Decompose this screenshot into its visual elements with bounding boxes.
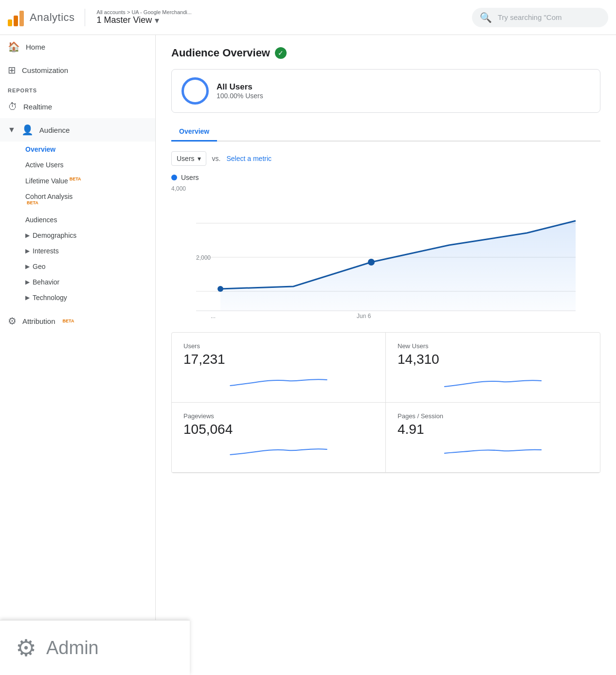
audience-expand-icon: ▼	[8, 125, 16, 134]
admin-gear-icon: ⚙	[16, 634, 36, 661]
segment-percent: 100.00% Users	[217, 92, 263, 100]
logo-bar-2	[14, 16, 18, 26]
sidebar-item-audience[interactable]: ▼ 👤 Audience	[0, 118, 155, 142]
sidebar-sub-cohort-analysis[interactable]: Cohort Analysis BETA	[0, 189, 155, 213]
sparkline-users	[183, 371, 374, 391]
attribution-icon: ⚙	[8, 315, 17, 327]
view-selector-arrow-icon: ▾	[155, 15, 159, 26]
stat-label-users: Users	[183, 342, 374, 350]
sidebar-overview-label: Overview	[25, 145, 55, 153]
sidebar: 🏠 Home ⊞ Customization REPORTS ⏱ Realtim…	[0, 35, 156, 675]
admin-panel[interactable]: ⚙ Admin	[0, 620, 156, 675]
sidebar-audience-label: Audience	[39, 126, 70, 134]
sidebar-item-home[interactable]: 🏠 Home	[0, 35, 155, 58]
interests-expand-icon: ▶	[25, 248, 30, 254]
logo-bar-3	[19, 11, 24, 26]
logo-area: Analytics	[8, 9, 85, 26]
home-icon: 🏠	[8, 41, 20, 53]
sidebar-item-attribution[interactable]: ⚙ Attribution BETA	[0, 309, 155, 333]
sidebar-item-customization[interactable]: ⊞ Customization	[0, 58, 155, 82]
sidebar-demographics-label: Demographics	[33, 231, 76, 239]
legend-dot-users	[171, 175, 177, 180]
chart-legend: Users	[171, 174, 600, 181]
sidebar-sub-audiences[interactable]: Audiences	[0, 212, 155, 228]
sidebar-audiences-label: Audiences	[25, 216, 57, 224]
content-area: Audience Overview ✓ All Users 100.00% Us…	[156, 35, 616, 675]
geo-expand-icon: ▶	[25, 263, 30, 270]
sparkline-new-users	[398, 371, 588, 391]
sidebar-customization-label: Customization	[22, 66, 68, 74]
sidebar-technology-label: Technology	[33, 294, 67, 302]
breadcrumb: All accounts > UA - Google Merchandi...	[97, 9, 192, 15]
sidebar-sub-lifetime-value[interactable]: Lifetime ValueBETA	[0, 173, 155, 189]
stat-cell-pages-per-session: Pages / Session 4.91	[386, 403, 600, 473]
stat-value-pageviews: 105,064	[183, 422, 374, 437]
segment-circle-icon	[181, 77, 209, 105]
sidebar-item-realtime[interactable]: ⏱ Realtime	[0, 95, 155, 118]
sidebar-sub-behavior[interactable]: ▶ Behavior	[0, 274, 155, 290]
search-bar[interactable]: 🔍 Try searching "Com	[472, 8, 608, 27]
metric-dropdown-arrow-icon: ▾	[198, 155, 201, 162]
vs-label: vs.	[212, 155, 221, 162]
sidebar-sub-overview[interactable]: Overview	[0, 142, 155, 157]
legend-label-users: Users	[181, 174, 199, 181]
stat-cell-users: Users 17,231	[172, 333, 386, 403]
sidebar-sub-demographics[interactable]: ▶ Demographics	[0, 228, 155, 243]
chart-svg: 2,000 ...	[171, 194, 600, 320]
sidebar-home-label: Home	[26, 43, 45, 51]
sparkline-pageviews	[183, 441, 374, 461]
page-title: Audience Overview	[171, 47, 270, 59]
sidebar-sub-geo[interactable]: ▶ Geo	[0, 259, 155, 274]
audience-icon: 👤	[21, 124, 34, 136]
app-title: Analytics	[30, 11, 75, 24]
select-metric-link[interactable]: Select a metric	[226, 155, 272, 162]
sidebar-sub-interests[interactable]: ▶ Interests	[0, 243, 155, 259]
metric-primary-dropdown[interactable]: Users ▾	[171, 151, 206, 166]
metric-primary-label: Users	[177, 155, 195, 162]
y-axis-4000: 4,000	[171, 185, 600, 192]
search-placeholder-text: Try searching "Com	[498, 13, 562, 21]
stat-value-pages-session: 4.91	[398, 422, 588, 437]
attribution-beta-badge: BETA	[63, 319, 74, 323]
stat-label-pages-session: Pages / Session	[398, 412, 588, 420]
stat-value-users: 17,231	[183, 352, 374, 367]
reports-section-label: REPORTS	[0, 82, 155, 95]
chart-svg-container: 2,000 ...	[171, 194, 600, 320]
stats-grid: Users 17,231 New Users 14,310 Pageviews …	[171, 332, 600, 473]
admin-label: Admin	[46, 638, 99, 658]
segment-info: All Users 100.00% Users	[217, 82, 263, 100]
svg-point-5	[368, 259, 375, 266]
account-selector[interactable]: All accounts > UA - Google Merchandi... …	[97, 9, 192, 26]
view-selector-label: 1 Master View	[97, 15, 152, 25]
tab-overview[interactable]: Overview	[171, 123, 217, 142]
sidebar-behavior-label: Behavior	[33, 278, 59, 286]
svg-text:Jun 6: Jun 6	[357, 313, 371, 320]
sidebar-active-users-label: Active Users	[25, 161, 64, 169]
main-layout: 🏠 Home ⊞ Customization REPORTS ⏱ Realtim…	[0, 35, 616, 675]
demographics-expand-icon: ▶	[25, 232, 30, 239]
sidebar-attribution-label: Attribution	[22, 317, 55, 325]
top-header: Analytics All accounts > UA - Google Mer…	[0, 0, 616, 35]
sidebar-geo-label: Geo	[33, 263, 45, 270]
cohort-beta-badge: BETA	[27, 200, 38, 205]
realtime-icon: ⏱	[8, 101, 18, 112]
analytics-logo	[8, 9, 24, 26]
sidebar-lifetime-value-label: Lifetime Value	[25, 177, 68, 185]
segment-card[interactable]: All Users 100.00% Users	[171, 69, 600, 113]
stat-value-new-users: 14,310	[398, 352, 588, 367]
metric-controls: Users ▾ vs. Select a metric	[171, 151, 600, 166]
svg-point-4	[217, 286, 223, 292]
tabs-row: Overview	[171, 123, 600, 142]
sidebar-interests-label: Interests	[33, 247, 59, 255]
sidebar-sub-technology[interactable]: ▶ Technology	[0, 290, 155, 305]
verified-badge-icon: ✓	[275, 47, 287, 59]
view-selector-dropdown[interactable]: 1 Master View ▾	[97, 15, 192, 26]
lifetime-value-beta-badge: BETA	[70, 177, 81, 181]
logo-bar-1	[8, 19, 12, 26]
chart-area: Users 4,000 2,000	[171, 174, 600, 320]
stat-cell-pageviews: Pageviews 105,064	[172, 403, 386, 473]
customization-icon: ⊞	[8, 64, 16, 76]
search-icon: 🔍	[480, 12, 492, 23]
sidebar-sub-active-users[interactable]: Active Users	[0, 157, 155, 173]
technology-expand-icon: ▶	[25, 294, 30, 301]
